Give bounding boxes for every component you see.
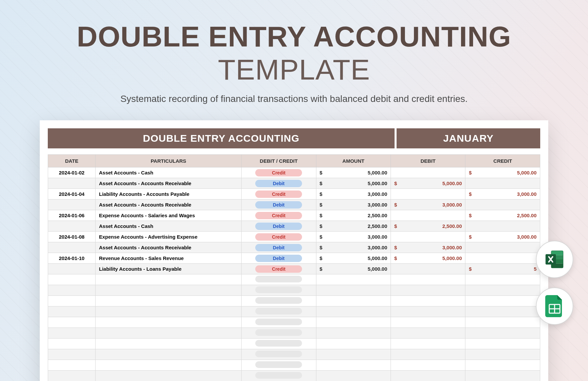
table-row-empty — [48, 328, 540, 339]
cell-amount: $5,000.00 — [316, 264, 391, 274]
col-amount: AMOUNT — [316, 155, 391, 167]
col-particulars: Particulars — [96, 155, 242, 167]
excel-icon — [544, 249, 565, 270]
col-debit-credit: DEBIT / CREDIT — [242, 155, 316, 167]
cell-credit: $5,000.00 — [465, 167, 540, 178]
cell-dc: Debit — [242, 200, 316, 210]
cell-debit: $2,500.00 — [391, 221, 465, 232]
table-row: 2024-01-04Liability Accounts - Accounts … — [48, 189, 540, 200]
cell-dc: Debit — [242, 253, 316, 264]
cell-date — [48, 242, 96, 253]
table-row: Asset Accounts - Accounts ReceivableDebi… — [48, 178, 540, 189]
cell-dc: Debit — [242, 221, 316, 232]
cell-debit: $3,000.00 — [391, 242, 465, 253]
cell-debit: $5,000.00 — [391, 178, 465, 189]
table-row-empty — [48, 349, 540, 360]
page-subtitle: Systematic recording of financial transa… — [0, 94, 588, 104]
cell-amount: $3,000.00 — [316, 242, 391, 253]
cell-date: 2024-01-10 — [48, 253, 96, 264]
cell-amount: $3,000.00 — [316, 232, 391, 242]
cell-date: 2024-01-04 — [48, 189, 96, 200]
table-row-empty — [48, 339, 540, 349]
cell-amount: $2,500.00 — [316, 210, 391, 221]
cell-credit: $2,500.00 — [465, 210, 540, 221]
cell-debit — [391, 232, 465, 242]
cell-debit — [391, 189, 465, 200]
table-header-row: DATE Particulars DEBIT / CREDIT AMOUNT D… — [48, 155, 540, 167]
table-row: 2024-01-10Revenue Accounts - Sales Reven… — [48, 253, 540, 264]
cell-amount: $2,500.00 — [316, 221, 391, 232]
table-row: Asset Accounts - Accounts ReceivableDebi… — [48, 200, 540, 210]
excel-badge[interactable] — [536, 241, 573, 278]
cell-particulars: Liability Accounts - Loans Payable — [96, 264, 242, 274]
sheet-banner: DOUBLE ENTRY ACCOUNTING JANUARY — [48, 128, 540, 148]
banner-title: DOUBLE ENTRY ACCOUNTING — [48, 128, 395, 148]
cell-particulars: Revenue Accounts - Sales Revenue — [96, 253, 242, 264]
cell-date: 2024-01-02 — [48, 167, 96, 178]
col-credit: CREDIT — [465, 155, 540, 167]
cell-dc: Credit — [242, 167, 316, 178]
cell-date: 2024-01-06 — [48, 210, 96, 221]
cell-particulars: Asset Accounts - Accounts Receivable — [96, 178, 242, 189]
table-row: 2024-01-02Asset Accounts - CashCredit$5,… — [48, 167, 540, 178]
cell-credit — [465, 242, 540, 253]
table-row: 2024-01-06Expense Accounts - Salaries an… — [48, 210, 540, 221]
cell-credit: $5 — [465, 264, 540, 274]
cell-dc: Credit — [242, 189, 316, 200]
table-row-empty — [48, 274, 540, 285]
cell-date — [48, 200, 96, 210]
cell-date — [48, 221, 96, 232]
cell-date — [48, 264, 96, 274]
cell-particulars: Expense Accounts - Advertising Expense — [96, 232, 242, 242]
cell-particulars: Expense Accounts - Salaries and Wages — [96, 210, 242, 221]
cell-amount: $5,000.00 — [316, 253, 391, 264]
cell-dc: Debit — [242, 178, 316, 189]
google-sheets-badge[interactable] — [536, 287, 573, 325]
col-date: DATE — [48, 155, 96, 167]
cell-debit: $5,000.00 — [391, 253, 465, 264]
cell-amount: $3,000.00 — [316, 200, 391, 210]
cell-particulars: Asset Accounts - Cash — [96, 167, 242, 178]
table-row: Liability Accounts - Loans PayableCredit… — [48, 264, 540, 274]
cell-particulars: Liability Accounts - Accounts Payable — [96, 189, 242, 200]
table-row-empty — [48, 296, 540, 306]
cell-debit: $3,000.00 — [391, 200, 465, 210]
cell-credit — [465, 253, 540, 264]
table-row-empty — [48, 317, 540, 328]
cell-date — [48, 178, 96, 189]
cell-amount: $5,000.00 — [316, 167, 391, 178]
cell-amount: $5,000.00 — [316, 178, 391, 189]
table-row-empty — [48, 371, 540, 381]
cell-debit — [391, 264, 465, 274]
ledger-table: DATE Particulars DEBIT / CREDIT AMOUNT D… — [48, 154, 540, 381]
cell-dc: Credit — [242, 232, 316, 242]
col-debit: DEBIT — [391, 155, 465, 167]
cell-dc: Credit — [242, 210, 316, 221]
spreadsheet-card: DOUBLE ENTRY ACCOUNTING JANUARY DATE Par… — [40, 120, 548, 381]
table-row: Asset Accounts - Accounts ReceivableDebi… — [48, 242, 540, 253]
cell-credit — [465, 200, 540, 210]
cell-credit — [465, 221, 540, 232]
cell-debit — [391, 167, 465, 178]
cell-particulars: Asset Accounts - Cash — [96, 221, 242, 232]
table-row-empty — [48, 285, 540, 296]
table-row: 2024-01-08Expense Accounts - Advertising… — [48, 232, 540, 242]
cell-credit: $3,000.00 — [465, 232, 540, 242]
title-bold: DOUBLE ENTRY ACCOUNTING — [77, 20, 511, 52]
cell-particulars: Asset Accounts - Accounts Receivable — [96, 242, 242, 253]
cell-debit — [391, 210, 465, 221]
cell-particulars: Asset Accounts - Accounts Receivable — [96, 200, 242, 210]
cell-amount: $3,000.00 — [316, 189, 391, 200]
cell-date: 2024-01-08 — [48, 232, 96, 242]
title-thin: TEMPLATE — [218, 53, 370, 86]
cell-credit — [465, 178, 540, 189]
table-row-empty — [48, 360, 540, 371]
banner-month: JANUARY — [397, 128, 540, 148]
table-row: Asset Accounts - CashDebit$2,500.00$2,50… — [48, 221, 540, 232]
table-row-empty — [48, 306, 540, 317]
cell-dc: Debit — [242, 242, 316, 253]
google-sheets-icon — [545, 295, 564, 317]
page-title: DOUBLE ENTRY ACCOUNTING TEMPLATE — [0, 20, 588, 86]
cell-credit: $3,000.00 — [465, 189, 540, 200]
cell-dc: Credit — [242, 264, 316, 274]
